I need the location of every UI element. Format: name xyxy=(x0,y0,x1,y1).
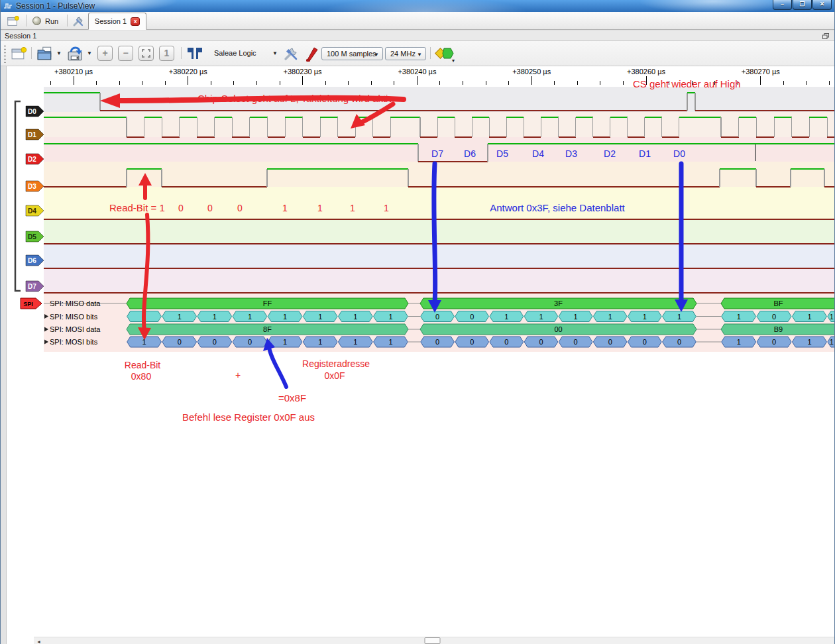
mosi-bit-label: 1 xyxy=(807,338,811,346)
app-icon xyxy=(3,2,13,10)
zoom-one-to-one-button[interactable]: 1 xyxy=(159,46,174,61)
blue-annotation-text: D5 xyxy=(496,148,508,159)
red-annotation-text: Befehl lese Register 0x0F aus xyxy=(182,411,315,423)
miso-bit-label: 1 xyxy=(388,313,392,321)
svg-text:▾: ▾ xyxy=(452,58,455,63)
chevron-down-icon: ▼ xyxy=(417,52,422,58)
red-annotation-text: CS geht wieder auf High xyxy=(633,78,741,89)
float-panel-icon[interactable] xyxy=(822,33,829,39)
mosi-data-byte0-label: 8F xyxy=(263,325,272,333)
mosi-data-byte1-label: 00 xyxy=(554,325,562,333)
separator xyxy=(26,15,27,27)
red-annotation-text: 1 xyxy=(350,203,355,213)
miso-bit-label: 1 xyxy=(807,313,811,321)
run-label: Run xyxy=(45,17,58,25)
channel-row-bg-D3 xyxy=(44,162,835,187)
close-button[interactable]: ✕ xyxy=(812,0,832,10)
open-button[interactable] xyxy=(36,45,54,65)
configure-channels-button[interactable] xyxy=(282,45,300,65)
decoder-row-label[interactable]: SPI: MISO bits xyxy=(50,313,98,321)
tab-session-1[interactable]: Session 1 x xyxy=(88,13,146,30)
minimize-button[interactable]: – xyxy=(773,0,792,10)
sample-count-combo[interactable]: 100 M samples ▼ xyxy=(321,47,383,60)
miso-bit-label: 1 xyxy=(504,313,508,321)
new-session-button[interactable] xyxy=(6,13,19,28)
blue-annotation-text: D0 xyxy=(673,148,685,159)
red-annotation-text: 1 xyxy=(282,203,288,213)
probe-button[interactable] xyxy=(304,45,320,65)
zoom-out-button[interactable]: − xyxy=(118,46,133,61)
zoom-fit-button[interactable] xyxy=(139,46,154,61)
new-view-icon xyxy=(10,45,27,62)
tab-bar: Run Session 1 x xyxy=(1,12,834,30)
channel-tag-label-D0: D0 xyxy=(28,108,36,115)
miso-bit-label: 1 xyxy=(248,313,252,321)
red-annotation-text: =0x8F xyxy=(278,392,306,403)
sample-rate-combo[interactable]: 24 MHz ▼ xyxy=(385,47,426,60)
device-selector[interactable]: Saleae Logic xyxy=(214,49,256,57)
h-scrollbar-thumb[interactable] xyxy=(425,638,440,644)
new-view-button[interactable] xyxy=(10,45,27,64)
channel-row-bg-D6 xyxy=(44,244,835,269)
save-dropdown-arrow[interactable]: ▼ xyxy=(87,50,92,56)
panel-title: Session 1 xyxy=(5,32,36,40)
trigger-marker-left-button[interactable] xyxy=(186,46,203,64)
miso-bit-label: 0 xyxy=(772,313,776,321)
sample-count-value: 100 M samples xyxy=(327,50,376,58)
miso-data-byte1-label: 3F xyxy=(554,299,563,307)
settings-wrench-icon xyxy=(72,15,85,28)
ruler-label: +380240 µs xyxy=(398,68,437,76)
add-decoder-button[interactable]: ▾ xyxy=(434,45,455,66)
miso-bit-label: 1 xyxy=(539,313,543,321)
separator xyxy=(31,47,32,59)
decoder-icon: ▾ xyxy=(434,45,455,63)
red-annotation-text: Read-Bit = 1 xyxy=(109,202,165,213)
miso-bit-label: 1 xyxy=(213,313,217,321)
red-annotation-text: 1 xyxy=(384,203,389,213)
red-annotation-text: 0 xyxy=(237,203,243,213)
save-button[interactable] xyxy=(66,45,84,66)
configure-channels-icon xyxy=(282,45,300,62)
decoder-tag-label: SPI xyxy=(23,301,33,307)
trace-view: +380210 µs+380220 µs+380230 µs+380240 µs… xyxy=(1,66,835,644)
miso-bit-label: 1 xyxy=(283,313,287,321)
maximize-button[interactable]: ❐ xyxy=(793,0,812,10)
decoder-row-label[interactable]: SPI: MISO data xyxy=(50,299,101,307)
blue-annotation-text: D2 xyxy=(604,148,616,159)
red-annotation-text: 0 xyxy=(178,203,184,213)
ruler-label: +380220 µs xyxy=(169,68,208,76)
miso-bit-label: 1 xyxy=(830,313,834,321)
mosi-bit-label: 0 xyxy=(470,338,474,346)
blue-annotation-text: Antwort 0x3F, siehe Datenblatt xyxy=(490,202,625,213)
ruler-label: +380270 µs xyxy=(742,68,781,76)
mosi-bit-label: 0 xyxy=(574,338,578,346)
run-button[interactable]: Run xyxy=(32,13,58,28)
toolbar-handle[interactable] xyxy=(4,44,6,63)
zoom-in-button[interactable]: + xyxy=(97,46,113,61)
device-dropdown-arrow[interactable]: ▼ xyxy=(272,50,278,56)
trigger-marker-icons xyxy=(186,46,203,61)
open-dropdown-arrow[interactable]: ▼ xyxy=(56,50,62,56)
channel-tag-label-D3: D3 xyxy=(28,183,36,190)
decoder-row-label[interactable]: SPI: MOSI bits xyxy=(50,338,98,346)
miso-bit-label: 1 xyxy=(318,313,322,321)
blue-annotation-text: D7 xyxy=(431,148,443,159)
ruler-label: +380260 µs xyxy=(627,68,666,76)
scrollbar-left-arrow[interactable]: ◄ xyxy=(36,639,41,644)
decoder-row-label[interactable]: SPI: MOSI data xyxy=(50,325,101,333)
mosi-bit-label: 0 xyxy=(677,338,681,346)
title-bar: Session 1 - PulseView – ❐ ✕ xyxy=(1,0,834,12)
tab-close-icon[interactable]: x xyxy=(131,17,140,26)
session-settings-button[interactable] xyxy=(72,13,85,28)
red-annotation-text: Read-Bit xyxy=(125,360,161,370)
miso-data-byte0-label: FF xyxy=(263,299,272,307)
red-annotation-text: 0x80 xyxy=(131,371,152,382)
miso-bit-label: 1 xyxy=(608,313,612,321)
mosi-bit-label: 0 xyxy=(643,338,647,346)
mosi-bit-label: 1 xyxy=(388,338,392,346)
mosi-data-byte2-label: B9 xyxy=(774,325,783,333)
open-icon xyxy=(36,45,54,62)
miso-bit-label: 1 xyxy=(178,313,182,321)
red-annotation-text: + xyxy=(235,370,241,380)
mosi-bit-label: 0 xyxy=(435,338,439,346)
